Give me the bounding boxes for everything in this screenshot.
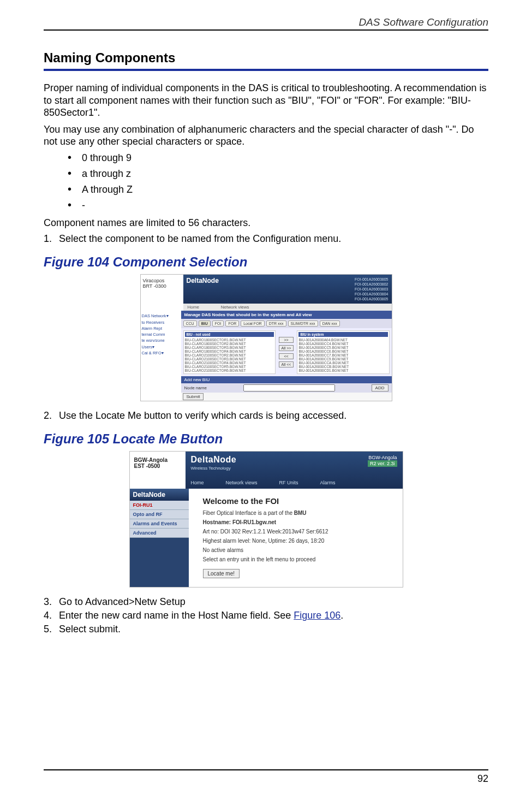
node-name-label: Node name — [184, 385, 207, 390]
figure-104-caption: Figure 104 Component Selection — [44, 254, 488, 270]
section-rule — [44, 69, 488, 71]
step-text: Select the component to be named from th… — [59, 233, 341, 245]
running-header: DAS Software Configuration — [44, 16, 488, 28]
step-number: 3. — [44, 596, 59, 608]
side-menu: DeltaNode FOI-RU1 Opto and RF Alarms and… — [130, 489, 189, 587]
nav-item[interactable]: Cal & RFO▾ — [142, 350, 180, 356]
nav-item[interactable]: Users▾ — [142, 344, 180, 350]
step-number: 5. — [44, 624, 59, 635]
list-item: 0 through 9 — [68, 152, 488, 164]
locate-me-screenshot: BGW-Angola EST -0500 DeltaNode Wireless … — [129, 451, 403, 588]
top-nav: Home Network views RF Units Alarms — [191, 480, 397, 485]
nav-network-views[interactable]: Network views — [226, 480, 258, 485]
tab-network-views[interactable]: Network views — [221, 305, 249, 310]
chip-dan[interactable]: DAN xxx — [320, 321, 340, 327]
step-3: 3. Go to Advanced>Netw Setup — [44, 596, 488, 608]
step-number: 4. — [44, 610, 59, 621]
add-new-label: Add new BIU — [184, 377, 210, 382]
paragraph: Proper naming of individual components i… — [44, 82, 488, 119]
move-all-left-button[interactable]: All << — [279, 361, 294, 367]
header-links: FOI-001A26003805 FOI-001A26003802 FOI-00… — [355, 277, 388, 301]
side-item-alarms[interactable]: Alarms and Events — [130, 519, 189, 529]
nav-item[interactable]: Alarm Rept — [142, 325, 180, 331]
nav-item[interactable]: to Receivers — [142, 319, 180, 325]
nav-item[interactable]: te wsrv/zone — [142, 337, 180, 343]
paragraph: Component names are limited to 56 charac… — [44, 217, 488, 229]
figure-104: Viracopos BRT -0300 DeltaNode FOI-001A26… — [44, 274, 488, 401]
chip-dtr[interactable]: DTR xxx — [266, 321, 286, 327]
side-item-advanced[interactable]: Advanced — [130, 529, 189, 538]
step-number: 2. — [44, 410, 59, 422]
step-1: 1. Select the component to be named from… — [44, 233, 488, 245]
model-label: Viracopos BRT -0300 — [141, 275, 183, 311]
select-entry-line: Select an entry unit in the left menu to… — [203, 556, 395, 562]
est-label: BGW-Angola EST -0500 — [130, 452, 186, 489]
tab-home[interactable]: Home — [188, 305, 199, 310]
side-item-foi-ru1[interactable]: FOI-RU1 — [130, 501, 189, 510]
in-system-list[interactable]: BIU in system BIU-001A26000A64.BGW.NET B… — [297, 330, 389, 374]
locate-me-button[interactable]: Locate me! — [203, 569, 240, 578]
deltanode-logo: DeltaNode — [187, 277, 219, 284]
no-alarms-line: No active alarms — [203, 547, 395, 553]
side-logo: DeltaNode — [130, 489, 189, 501]
list-item: - — [68, 200, 488, 211]
header-tabs: Home Network views — [183, 304, 392, 311]
unused-list[interactable]: BIU - not used BIU-CLARO1800SECTOR1.BGW.… — [183, 330, 276, 374]
nav-alarms[interactable]: Alarms — [320, 480, 336, 485]
list-item: A through Z — [68, 184, 488, 195]
welcome-heading: Welcome to the FOI — [203, 496, 395, 506]
chip-foi[interactable]: FOI — [212, 321, 224, 327]
nav-home[interactable]: Home — [191, 480, 204, 485]
add-button[interactable]: ADD — [372, 384, 388, 391]
figure-105: BGW-Angola EST -0500 DeltaNode Wireless … — [44, 451, 488, 588]
node-name-input[interactable] — [243, 384, 335, 391]
nav-item[interactable]: ternal Comm — [142, 331, 180, 337]
alarm-uptime-line: Highest alarm level: None, Uptime: 26 da… — [203, 538, 395, 544]
page-number: 92 — [477, 773, 488, 785]
component-selection-screenshot: Viracopos BRT -0300 DeltaNode FOI-001A26… — [140, 274, 392, 401]
chip-ccu[interactable]: CCU — [183, 321, 197, 327]
move-left-button[interactable]: << — [279, 353, 294, 359]
bottom-rule — [44, 769, 488, 770]
side-nav: DAS Network▾ to Receivers Alarm Rept ter… — [141, 311, 181, 401]
chip-biu[interactable]: BIU — [199, 321, 211, 327]
hostname-line: Hostname: FOI-RU1.bgw.net — [203, 519, 277, 525]
step-text: Use the Locate Me button to verify which… — [59, 410, 346, 422]
nav-rf-units[interactable]: RF Units — [279, 480, 298, 485]
move-all-right-button[interactable]: All >> — [279, 345, 294, 351]
chip-bar: CCU BIU FOI FOR Local FOR DTR xxx SLIM/D… — [181, 319, 392, 328]
chip-for[interactable]: FOR — [225, 321, 239, 327]
deltanode-logo: DeltaNode — [191, 455, 237, 464]
figure-105-caption: Figure 105 Locate Me Button — [44, 431, 488, 447]
step-4: 4. Enter the new card name in the Host N… — [44, 610, 488, 621]
top-rule — [44, 29, 488, 31]
paragraph: You may use any combination of alphanume… — [44, 123, 488, 148]
chip-localfor[interactable]: Local FOR — [241, 321, 264, 327]
side-item-opto-rf[interactable]: Opto and RF — [130, 510, 189, 519]
transfer-buttons: >> All >> << All << — [279, 330, 294, 374]
main-panel: Welcome to the FOI Fiber Optical Interfa… — [189, 489, 403, 587]
artno-line: Art no: DOI 302 Rev:1.2.1 Week:2013w47 S… — [203, 529, 395, 535]
header-right: BGW-Angola R2 ver. 2.3i — [368, 455, 397, 467]
submit-button[interactable]: Submit — [183, 393, 204, 400]
step-text: Enter the new card name in the Host Name… — [59, 610, 343, 621]
list-item: a through z — [68, 168, 488, 180]
step-text: Go to Advanced>Netw Setup — [59, 596, 186, 608]
allowed-chars-list: 0 through 9 a through z A through Z - — [68, 152, 488, 211]
figure-106-link[interactable]: Figure 106 — [294, 610, 340, 621]
step-text: Select submit. — [59, 624, 121, 635]
step-5: 5. Select submit. — [44, 624, 488, 635]
step-2: 2. Use the Locate Me button to verify wh… — [44, 410, 488, 422]
brand-subtitle: Wireless Technology — [191, 466, 231, 471]
section-title: Naming Components — [44, 50, 488, 66]
manage-title-bar: Manage DAS Nodes that should be in the s… — [181, 311, 392, 319]
move-right-button[interactable]: >> — [279, 337, 294, 343]
nav-item[interactable]: DAS Network▾ — [142, 313, 180, 319]
chip-slim[interactable]: SLIM/DTR xxx — [288, 321, 318, 327]
step-number: 1. — [44, 233, 59, 245]
